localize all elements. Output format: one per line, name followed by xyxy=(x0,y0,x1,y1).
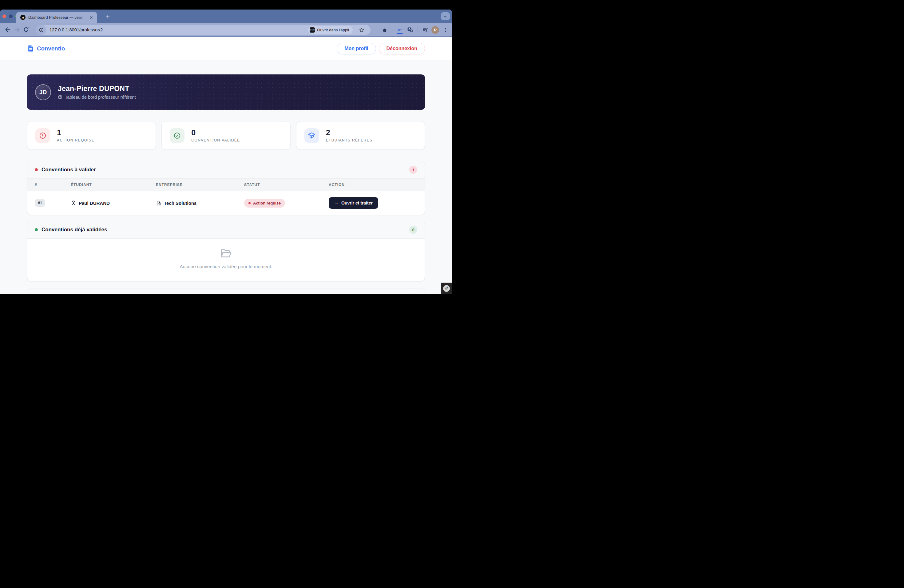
status-badge: Action requise xyxy=(244,199,285,207)
site-info-icon[interactable] xyxy=(36,25,46,35)
status-dot-icon xyxy=(248,202,251,204)
section-title: Conventions déjà validées xyxy=(41,227,107,233)
student-icon xyxy=(71,200,76,206)
brand-logo[interactable]: Conventio xyxy=(27,45,65,52)
stat-label: ÉTUDIANTS RÉFÉRÉS xyxy=(326,138,373,142)
column-header-company: ENTREPRISE xyxy=(156,183,244,187)
count-badge: 1 xyxy=(409,166,417,174)
extensions-puzzle-icon[interactable] xyxy=(380,25,389,35)
stat-card-students: 2 ÉTUDIANTS RÉFÉRÉS xyxy=(296,121,425,150)
toolbar-separator xyxy=(417,27,418,33)
stat-card-validated: 0 CONVENTION VALIDÉE xyxy=(161,121,290,150)
browser-menu-dots-icon[interactable] xyxy=(441,25,450,35)
hero-subtitle: Tableau de bord professeur référent xyxy=(65,95,136,100)
brand-name: Conventio xyxy=(37,45,65,52)
empty-state: Aucune convention validée pour le moment… xyxy=(27,239,425,281)
tab-strip: sf Dashboard Professeur — Jean xyxy=(0,9,452,23)
close-window-button[interactable] xyxy=(2,14,6,18)
green-dot-icon xyxy=(35,228,38,231)
folder-open-icon xyxy=(220,247,232,260)
section-title: Conventions à valider xyxy=(41,167,96,173)
header-actions: Mon profil Déconnexion xyxy=(337,43,425,54)
hero-banner: JD Jean-Pierre DUPONT Tableau de bord pr… xyxy=(27,74,425,110)
browser-toolbar: 127.0.0.1:8001/professor/2 DEUCE Ouvrir … xyxy=(0,23,452,37)
page-content: Conventio Mon profil Déconnexion JD Jean… xyxy=(0,37,452,293)
svg-text:A: A xyxy=(411,30,412,32)
tab-search-chevron-icon[interactable] xyxy=(441,12,450,20)
stat-value: 1 xyxy=(57,128,95,137)
student-name: Paul DURAND xyxy=(79,201,110,206)
stat-label: ACTION REQUISE xyxy=(57,138,95,142)
url-bar[interactable]: 127.0.0.1:8001/professor/2 DEUCE Ouvrir … xyxy=(36,25,370,35)
column-header-status: STATUT xyxy=(244,183,329,187)
url-text[interactable]: 127.0.0.1:8001/professor/2 xyxy=(49,27,308,32)
company-name: Tech Solutions xyxy=(164,201,196,206)
badge-icon xyxy=(58,95,62,100)
app-icon: DEUCE xyxy=(310,27,315,33)
password-key-icon[interactable] xyxy=(395,25,404,35)
row-id-badge: #1 xyxy=(35,199,45,207)
table-row: #1 Paul DURAND Tech Solutions xyxy=(27,191,425,215)
graduation-cap-icon xyxy=(304,128,319,143)
open-and-process-button[interactable]: → Ouvrir et traiter xyxy=(329,197,378,209)
media-controls-icon[interactable] xyxy=(421,25,430,35)
bookmark-star-icon[interactable] xyxy=(357,25,366,35)
section-header: Conventions déjà validées 0 xyxy=(27,221,425,239)
forward-button[interactable] xyxy=(12,25,22,34)
section-tracking: Conventions en suivi 0 xyxy=(27,288,425,293)
translate-icon[interactable]: G A xyxy=(406,25,414,35)
building-icon xyxy=(156,200,161,206)
new-tab-button[interactable] xyxy=(103,12,112,21)
toolbar-right-icons: G A P xyxy=(380,23,450,37)
section-header: Conventions à valider 1 xyxy=(27,161,425,179)
empty-message: Aucune convention validée pour le moment… xyxy=(180,264,272,269)
column-header-num: # xyxy=(35,183,71,187)
alert-circle-icon xyxy=(35,128,50,143)
table-header: # ÉTUDIANT ENTREPRISE STATUT ACTION xyxy=(27,179,425,191)
main-container: JD Jean-Pierre DUPONT Tableau de bord pr… xyxy=(27,74,425,293)
open-in-app-button[interactable]: DEUCE Ouvrir dans l'appli xyxy=(308,26,353,34)
stat-card-action-required: 1 ACTION REQUISE xyxy=(27,121,156,150)
symfony-favicon-icon: sf xyxy=(20,15,25,20)
document-logo-icon xyxy=(27,45,34,52)
arrow-right-icon: → xyxy=(334,201,338,205)
browser-profile-avatar[interactable]: P xyxy=(431,26,439,34)
stats-row: 1 ACTION REQUISE 0 CONVENTION VALIDÉE xyxy=(27,121,425,150)
stat-value: 0 xyxy=(191,128,240,137)
toolbar-separator xyxy=(392,27,392,33)
column-header-student: ÉTUDIANT xyxy=(71,183,156,187)
section-to-validate: Conventions à valider 1 # ÉTUDIANT ENTRE… xyxy=(27,161,425,215)
open-in-app-label: Ouvrir dans l'appli xyxy=(317,28,349,32)
check-circle-icon xyxy=(170,128,185,143)
tab-close-icon[interactable] xyxy=(89,15,94,20)
browser-window: sf Dashboard Professeur — Jean xyxy=(0,9,452,294)
section-header: Conventions en suivi 0 xyxy=(27,288,425,293)
count-badge: 0 xyxy=(409,226,417,234)
symfony-profiler-toggle[interactable]: sf xyxy=(441,283,452,294)
logout-button[interactable]: Déconnexion xyxy=(379,43,425,54)
section-validated: Conventions déjà validées 0 Aucune conve… xyxy=(27,221,425,281)
reload-button[interactable] xyxy=(22,25,31,34)
tab-title: Dashboard Professeur — Jean xyxy=(28,15,86,20)
red-dot-icon xyxy=(35,168,38,171)
screenshot-root: sf Dashboard Professeur — Jean xyxy=(0,0,452,294)
avatar: JD xyxy=(35,84,51,100)
site-header: Conventio Mon profil Déconnexion xyxy=(0,37,452,60)
stat-label: CONVENTION VALIDÉE xyxy=(191,138,240,142)
back-button[interactable] xyxy=(3,25,12,34)
profile-button[interactable]: Mon profil xyxy=(337,43,376,54)
page-title: Jean-Pierre DUPONT xyxy=(58,85,136,93)
minimize-window-button[interactable] xyxy=(9,14,13,18)
stat-value: 2 xyxy=(326,128,373,137)
browser-tab[interactable]: sf Dashboard Professeur — Jean xyxy=(16,12,97,23)
symfony-logo-icon: sf xyxy=(443,285,450,292)
column-header-action: ACTION xyxy=(329,183,417,187)
